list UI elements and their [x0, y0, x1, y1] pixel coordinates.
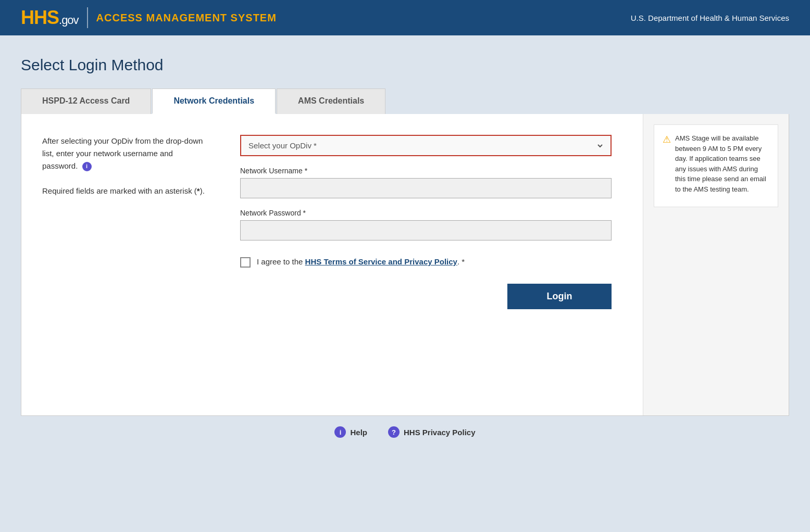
username-label: Network Username *: [240, 167, 612, 175]
help-link[interactable]: i Help: [334, 426, 367, 438]
header-left: HHS.gov ACCESS MANAGEMENT SYSTEM: [21, 7, 277, 29]
agreement-checkbox[interactable]: [240, 257, 251, 268]
login-button[interactable]: Login: [507, 284, 612, 309]
gov-text: .gov: [59, 14, 79, 27]
header-divider: [87, 7, 88, 28]
password-field-group: Network Password *: [240, 209, 612, 240]
form-panel: After selecting your OpDiv from the drop…: [21, 114, 643, 415]
tabs-container: HSPD-12 Access Card Network Credentials …: [21, 88, 789, 114]
side-notice: ⚠ AMS Stage will be available between 9 …: [643, 114, 789, 415]
opdiv-select-group: Select your OpDiv *: [240, 135, 612, 156]
privacy-label: HHS Privacy Policy: [404, 428, 476, 437]
privacy-link[interactable]: ? HHS Privacy Policy: [388, 426, 476, 438]
form-fields: Select your OpDiv * Network Username * N…: [240, 135, 612, 395]
password-input[interactable]: [240, 220, 612, 240]
privacy-icon: ?: [388, 426, 400, 438]
warning-icon: ⚠: [663, 134, 671, 145]
description-text-1: After selecting your OpDiv from the drop…: [42, 135, 209, 172]
notice-content: ⚠ AMS Stage will be available between 9 …: [654, 124, 778, 207]
hhs-logo: HHS.gov: [21, 7, 79, 29]
required-note: Required fields are marked with an aster…: [42, 185, 209, 197]
hhs-text: HHS: [21, 7, 59, 28]
notice-text: AMS Stage will be available between 9 AM…: [675, 133, 769, 194]
agency-name: U.S. Department of Health & Human Servic…: [631, 14, 789, 22]
tab-network-credentials[interactable]: Network Credentials: [152, 88, 276, 114]
terms-link[interactable]: HHS Terms of Service and Privacy Policy: [305, 257, 457, 266]
help-icon: i: [334, 426, 346, 438]
tab-ams-credentials[interactable]: AMS Credentials: [277, 88, 385, 114]
agreement-row: I agree to the HHS Terms of Service and …: [240, 256, 612, 268]
system-name: ACCESS MANAGEMENT SYSTEM: [96, 12, 277, 24]
footer: i Help ? HHS Privacy Policy: [0, 416, 810, 448]
notice-header: ⚠ AMS Stage will be available between 9 …: [663, 133, 769, 194]
tab-hspd12[interactable]: HSPD-12 Access Card: [21, 88, 151, 114]
asterisk-symbol: *: [197, 186, 200, 195]
opdiv-select[interactable]: Select your OpDiv *: [240, 135, 612, 156]
username-input[interactable]: [240, 178, 612, 198]
username-field-group: Network Username *: [240, 167, 612, 198]
info-icon[interactable]: i: [82, 162, 92, 171]
page-content: Select Login Method HSPD-12 Access Card …: [0, 35, 810, 416]
main-panel: After selecting your OpDiv from the drop…: [21, 114, 789, 416]
agreement-text: I agree to the HHS Terms of Service and …: [257, 256, 465, 268]
header: HHS.gov ACCESS MANAGEMENT SYSTEM U.S. De…: [0, 0, 810, 35]
password-label: Network Password *: [240, 209, 612, 217]
form-description: After selecting your OpDiv from the drop…: [42, 135, 219, 395]
page-title: Select Login Method: [21, 56, 789, 74]
help-label: Help: [350, 428, 367, 437]
